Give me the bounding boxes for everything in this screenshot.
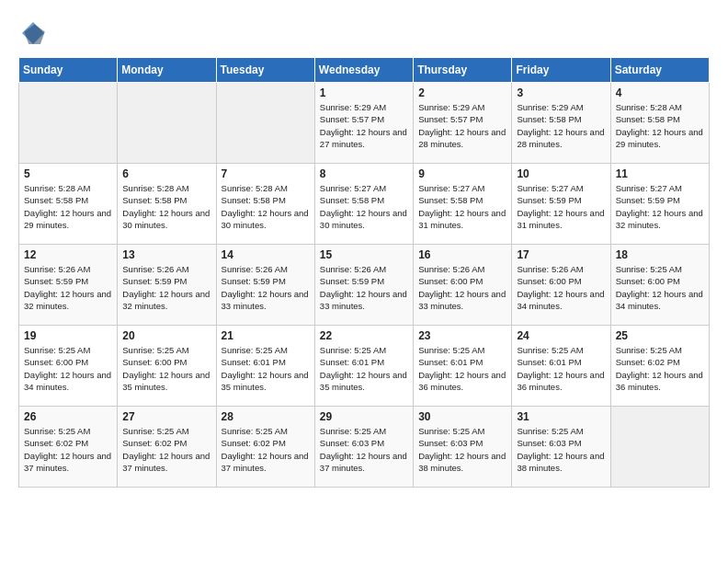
calendar-cell: 23Sunrise: 5:25 AM Sunset: 6:01 PM Dayli… — [414, 326, 512, 407]
calendar-cell: 5Sunrise: 5:28 AM Sunset: 5:58 PM Daylig… — [19, 164, 118, 245]
day-number: 4 — [616, 86, 704, 99]
day-info: Sunrise: 5:26 AM Sunset: 6:00 PM Dayligh… — [418, 263, 506, 312]
week-row-4: 19Sunrise: 5:25 AM Sunset: 6:00 PM Dayli… — [19, 326, 710, 407]
day-number: 15 — [320, 248, 408, 261]
calendar-cell — [19, 83, 118, 164]
day-info: Sunrise: 5:25 AM Sunset: 6:03 PM Dayligh… — [320, 425, 408, 474]
day-number: 13 — [122, 248, 210, 261]
day-number: 27 — [122, 410, 210, 423]
day-info: Sunrise: 5:27 AM Sunset: 5:59 PM Dayligh… — [616, 182, 704, 231]
col-header-friday: Friday — [512, 58, 610, 83]
svg-marker-1 — [24, 24, 44, 44]
calendar-cell — [610, 407, 709, 488]
logo — [18, 18, 51, 48]
day-number: 6 — [122, 167, 210, 180]
calendar-cell: 21Sunrise: 5:25 AM Sunset: 6:01 PM Dayli… — [216, 326, 314, 407]
day-number: 2 — [418, 86, 506, 99]
calendar-cell: 1Sunrise: 5:29 AM Sunset: 5:57 PM Daylig… — [314, 83, 413, 164]
day-info: Sunrise: 5:26 AM Sunset: 6:00 PM Dayligh… — [517, 263, 605, 312]
day-info: Sunrise: 5:27 AM Sunset: 5:59 PM Dayligh… — [517, 182, 605, 231]
day-number: 19 — [24, 329, 112, 342]
day-info: Sunrise: 5:26 AM Sunset: 5:59 PM Dayligh… — [24, 263, 112, 312]
calendar-header: SundayMondayTuesdayWednesdayThursdayFrid… — [19, 58, 710, 83]
day-number: 30 — [418, 410, 506, 423]
calendar-cell: 3Sunrise: 5:29 AM Sunset: 5:58 PM Daylig… — [512, 83, 610, 164]
day-info: Sunrise: 5:28 AM Sunset: 5:58 PM Dayligh… — [222, 182, 310, 231]
day-info: Sunrise: 5:25 AM Sunset: 6:02 PM Dayligh… — [24, 425, 112, 474]
day-info: Sunrise: 5:29 AM Sunset: 5:58 PM Dayligh… — [517, 101, 605, 150]
day-number: 21 — [222, 329, 310, 342]
day-number: 20 — [122, 329, 210, 342]
day-number: 28 — [222, 410, 310, 423]
calendar-cell: 20Sunrise: 5:25 AM Sunset: 6:00 PM Dayli… — [118, 326, 216, 407]
day-info: Sunrise: 5:25 AM Sunset: 6:02 PM Dayligh… — [122, 425, 210, 474]
day-info: Sunrise: 5:27 AM Sunset: 5:58 PM Dayligh… — [418, 182, 506, 231]
calendar-cell: 26Sunrise: 5:25 AM Sunset: 6:02 PM Dayli… — [19, 407, 118, 488]
calendar-cell: 8Sunrise: 5:27 AM Sunset: 5:58 PM Daylig… — [314, 164, 413, 245]
header-row: SundayMondayTuesdayWednesdayThursdayFrid… — [19, 58, 710, 83]
week-row-5: 26Sunrise: 5:25 AM Sunset: 6:02 PM Dayli… — [19, 407, 710, 488]
calendar-cell: 24Sunrise: 5:25 AM Sunset: 6:01 PM Dayli… — [512, 326, 610, 407]
day-info: Sunrise: 5:25 AM Sunset: 6:03 PM Dayligh… — [418, 425, 506, 474]
day-info: Sunrise: 5:29 AM Sunset: 5:57 PM Dayligh… — [418, 101, 506, 150]
day-info: Sunrise: 5:25 AM Sunset: 6:03 PM Dayligh… — [517, 425, 605, 474]
col-header-thursday: Thursday — [414, 58, 512, 83]
day-info: Sunrise: 5:25 AM Sunset: 6:01 PM Dayligh… — [222, 344, 310, 393]
day-info: Sunrise: 5:25 AM Sunset: 6:02 PM Dayligh… — [616, 344, 704, 393]
calendar-cell: 16Sunrise: 5:26 AM Sunset: 6:00 PM Dayli… — [414, 245, 512, 326]
day-number: 7 — [222, 167, 310, 180]
calendar-cell: 28Sunrise: 5:25 AM Sunset: 6:02 PM Dayli… — [216, 407, 314, 488]
calendar-cell: 4Sunrise: 5:28 AM Sunset: 5:58 PM Daylig… — [610, 83, 709, 164]
day-number: 1 — [320, 86, 408, 99]
calendar-cell: 9Sunrise: 5:27 AM Sunset: 5:58 PM Daylig… — [414, 164, 512, 245]
day-info: Sunrise: 5:29 AM Sunset: 5:57 PM Dayligh… — [320, 101, 408, 150]
col-header-monday: Monday — [118, 58, 216, 83]
calendar-cell: 31Sunrise: 5:25 AM Sunset: 6:03 PM Dayli… — [512, 407, 610, 488]
calendar-cell: 12Sunrise: 5:26 AM Sunset: 5:59 PM Dayli… — [19, 245, 118, 326]
col-header-saturday: Saturday — [610, 58, 709, 83]
day-info: Sunrise: 5:28 AM Sunset: 5:58 PM Dayligh… — [24, 182, 112, 231]
day-number: 16 — [418, 248, 506, 261]
day-info: Sunrise: 5:28 AM Sunset: 5:58 PM Dayligh… — [616, 101, 704, 150]
calendar-cell: 6Sunrise: 5:28 AM Sunset: 5:58 PM Daylig… — [118, 164, 216, 245]
page-header — [18, 18, 710, 48]
col-header-sunday: Sunday — [19, 58, 118, 83]
day-number: 17 — [517, 248, 605, 261]
calendar-body: 1Sunrise: 5:29 AM Sunset: 5:57 PM Daylig… — [19, 83, 710, 488]
week-row-1: 1Sunrise: 5:29 AM Sunset: 5:57 PM Daylig… — [19, 83, 710, 164]
day-info: Sunrise: 5:27 AM Sunset: 5:58 PM Dayligh… — [320, 182, 408, 231]
day-number: 22 — [320, 329, 408, 342]
day-number: 26 — [24, 410, 112, 423]
calendar-cell: 22Sunrise: 5:25 AM Sunset: 6:01 PM Dayli… — [314, 326, 413, 407]
calendar-cell: 10Sunrise: 5:27 AM Sunset: 5:59 PM Dayli… — [512, 164, 610, 245]
day-number: 18 — [616, 248, 704, 261]
day-number: 14 — [222, 248, 310, 261]
calendar-cell: 25Sunrise: 5:25 AM Sunset: 6:02 PM Dayli… — [610, 326, 709, 407]
calendar-cell: 19Sunrise: 5:25 AM Sunset: 6:00 PM Dayli… — [19, 326, 118, 407]
logo-icon — [18, 18, 48, 48]
day-number: 31 — [517, 410, 605, 423]
calendar-cell: 14Sunrise: 5:26 AM Sunset: 5:59 PM Dayli… — [216, 245, 314, 326]
calendar-cell: 15Sunrise: 5:26 AM Sunset: 5:59 PM Dayli… — [314, 245, 413, 326]
day-info: Sunrise: 5:25 AM Sunset: 6:02 PM Dayligh… — [222, 425, 310, 474]
col-header-wednesday: Wednesday — [314, 58, 413, 83]
calendar-cell: 7Sunrise: 5:28 AM Sunset: 5:58 PM Daylig… — [216, 164, 314, 245]
day-info: Sunrise: 5:25 AM Sunset: 6:01 PM Dayligh… — [517, 344, 605, 393]
day-info: Sunrise: 5:25 AM Sunset: 6:00 PM Dayligh… — [24, 344, 112, 393]
day-number: 23 — [418, 329, 506, 342]
day-number: 24 — [517, 329, 605, 342]
day-number: 3 — [517, 86, 605, 99]
day-info: Sunrise: 5:26 AM Sunset: 5:59 PM Dayligh… — [122, 263, 210, 312]
col-header-tuesday: Tuesday — [216, 58, 314, 83]
calendar-cell: 18Sunrise: 5:25 AM Sunset: 6:00 PM Dayli… — [610, 245, 709, 326]
calendar-cell: 29Sunrise: 5:25 AM Sunset: 6:03 PM Dayli… — [314, 407, 413, 488]
day-info: Sunrise: 5:25 AM Sunset: 6:00 PM Dayligh… — [616, 263, 704, 312]
calendar-cell: 30Sunrise: 5:25 AM Sunset: 6:03 PM Dayli… — [414, 407, 512, 488]
calendar-cell: 27Sunrise: 5:25 AM Sunset: 6:02 PM Dayli… — [118, 407, 216, 488]
calendar-table: SundayMondayTuesdayWednesdayThursdayFrid… — [18, 57, 710, 488]
day-number: 5 — [24, 167, 112, 180]
day-info: Sunrise: 5:26 AM Sunset: 5:59 PM Dayligh… — [320, 263, 408, 312]
day-number: 9 — [418, 167, 506, 180]
day-number: 11 — [616, 167, 704, 180]
week-row-2: 5Sunrise: 5:28 AM Sunset: 5:58 PM Daylig… — [19, 164, 710, 245]
